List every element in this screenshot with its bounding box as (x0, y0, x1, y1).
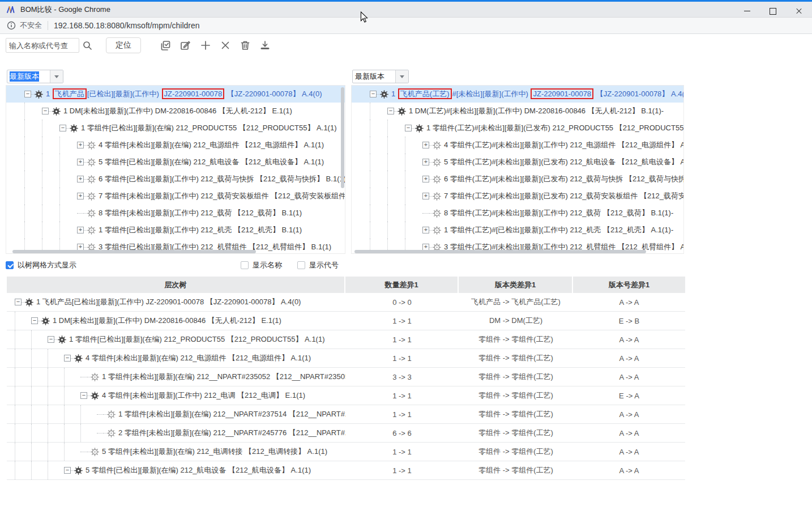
tree-row[interactable]: −1 DM(工艺)#[未检出][最新](工作中) DM-220816-00846… (352, 103, 683, 120)
expand-toggle[interactable]: + (77, 176, 84, 182)
table-row[interactable]: −5 零组件[已检出][最新](在编) 212_航电设备 【212_航电设备】 … (7, 461, 685, 480)
collapse-toggle[interactable]: − (80, 392, 87, 399)
tree-row-label: 5 零组件[已检出][最新](在编) 212_航电设备 【212_航电设备】 A… (99, 157, 324, 167)
maximize-icon (770, 8, 776, 15)
tree-grid-option[interactable]: 以树网格方式显示 (6, 260, 76, 270)
tree-row[interactable]: −1 零组件(工艺)#[未检出][最新](已发布) 212_PRODUCT55 … (352, 120, 684, 137)
tree-guide-line (24, 103, 42, 120)
header-class-diff: 版本类差异1 (459, 277, 573, 293)
tree-row[interactable]: +7 零组件(工艺)#[未检出][最新](已发布) 212_载荷安装板组件 【2… (352, 188, 684, 205)
download-icon[interactable] (259, 40, 270, 51)
table-row[interactable]: 1 零组件[未检出][最新](在编) 212__NPART#237514 【21… (7, 405, 685, 424)
copy-check-icon[interactable] (160, 40, 171, 51)
table-row[interactable]: 5 零组件[未检出][最新](在编) 212_电调转接 【212_电调转接】 A… (7, 443, 685, 461)
tree-guide-line (24, 171, 42, 188)
expand-toggle[interactable]: + (77, 227, 84, 233)
expand-toggle[interactable]: + (77, 142, 84, 148)
left-panel-vertical-scrollbar[interactable] (341, 87, 344, 188)
expand-toggle[interactable]: + (422, 227, 429, 233)
part-gear-icon (107, 410, 116, 419)
locate-button[interactable]: 定位 (106, 37, 141, 53)
expand-toggle[interactable]: + (422, 193, 429, 199)
tree-guide-line (405, 171, 422, 188)
tree-guide-line (387, 120, 405, 137)
right-version-dropdown-arrow-icon[interactable] (395, 70, 408, 83)
right-panel-horizontal-scrollbar[interactable] (354, 250, 646, 253)
collapse-toggle[interactable]: − (48, 336, 54, 343)
security-label[interactable]: 不安全 (20, 20, 42, 31)
left-version-select[interactable]: 最新版本 (7, 70, 63, 83)
tree-row[interactable]: +5 零组件[已检出][最新](在编) 212_航电设备 【212_航电设备】 … (6, 154, 345, 171)
tree-row[interactable]: +1 零组件[已检出][最新](工作中) 212_机壳 【212_机壳】 B.1… (6, 222, 345, 239)
table-tree-cell: 2 零组件[未检出][最新](在编) 212__NPART#245776 【21… (7, 424, 345, 442)
tree-row[interactable]: +6 零组件[已检出][最新](工作中) 212_载荷与快拆 【212_载荷与快… (6, 171, 345, 188)
add-icon[interactable] (200, 40, 211, 51)
tree-guide-line (370, 188, 387, 205)
tree-guide-line (405, 205, 422, 222)
show-name-option[interactable]: 显示名称 (241, 260, 282, 270)
tree-row[interactable]: 8 零组件[未检出][最新](工作中) 212_载荷 【212_载荷】 B.1(… (6, 205, 345, 222)
tree-grid-checkbox[interactable] (6, 261, 14, 269)
tree-row[interactable]: +4 零组件[未检出][最新](在编) 212_电源组件 【212_电源组件】 … (6, 137, 345, 154)
tree-row[interactable]: +1 零组件(工艺)#[已检出][最新](工作中) 212_机壳 【212_机壳… (352, 222, 683, 239)
leaf-connector (80, 451, 87, 452)
tree-guide-line (405, 222, 422, 239)
close-mark-icon[interactable] (220, 40, 230, 51)
tree-row[interactable]: +7 零组件[未检出][最新](工作中) 212_载荷安装板组件 【212_载荷… (6, 188, 345, 205)
leaf-connector (97, 414, 104, 415)
edit-icon[interactable] (180, 40, 191, 51)
tree-row-label: 6 零组件[已检出][最新](工作中) 212_载荷与快拆 【212_载荷与快拆… (99, 174, 345, 184)
search-input[interactable] (6, 38, 79, 53)
expand-toggle[interactable]: + (422, 176, 429, 182)
expand-toggle[interactable]: + (77, 159, 84, 165)
tree-row[interactable]: −1 DM[未检出][最新](工作中) DM-220816-00846 【无人机… (6, 103, 345, 120)
collapse-toggle[interactable]: − (42, 108, 49, 114)
expand-toggle[interactable]: + (77, 193, 84, 199)
collapse-toggle[interactable]: − (405, 125, 412, 131)
expand-toggle[interactable]: + (422, 159, 429, 165)
tree-guide-line (59, 154, 77, 171)
collapse-toggle[interactable]: − (31, 317, 38, 324)
delete-icon[interactable] (240, 40, 250, 51)
collapse-toggle[interactable]: − (370, 91, 377, 97)
show-name-checkbox[interactable] (241, 261, 249, 269)
tree-guide-line (42, 205, 59, 222)
left-panel-horizontal-scrollbar[interactable] (12, 250, 256, 253)
collapse-toggle[interactable]: − (64, 355, 71, 362)
maximize-button[interactable] (760, 3, 786, 19)
right-version-select[interactable]: 最新版本 (352, 70, 409, 83)
show-code-checkbox[interactable] (297, 261, 305, 269)
table-row[interactable]: −4 零组件[未检出][最新](工作中) 212_电调 【212_电调】 E.1… (7, 386, 685, 405)
left-version-dropdown-arrow-icon[interactable] (50, 70, 63, 83)
collapse-toggle[interactable]: − (59, 125, 66, 131)
table-row-label: 4 零组件[未检出][最新](在编) 212_电源组件 【212_电源组件】 A… (86, 353, 311, 363)
tree-row[interactable]: −1 飞机产品[已检出][最新](工作中) JZ-220901-00078 【J… (6, 86, 345, 103)
table-row[interactable]: −4 零组件[未检出][最新](在编) 212_电源组件 【212_电源组件】 … (7, 349, 685, 368)
info-icon[interactable] (7, 21, 16, 30)
qty-diff-cell: 3 -> 3 (345, 373, 459, 381)
close-button[interactable] (786, 3, 812, 19)
tree-row[interactable]: 8 零组件(工艺)#[未检出][最新](工作中) 212_载荷 【212_载荷】… (352, 205, 683, 222)
tree-row[interactable]: +5 零组件(工艺)#[未检出][最新](已发布) 212_航电设备 【212_… (352, 154, 684, 171)
minimize-button[interactable] (734, 3, 760, 19)
table-row[interactable]: −1 DM[未检出][最新](工作中) DM-220816-00846 【无人机… (7, 312, 685, 330)
tree-row[interactable]: −1 零组件[已检出][最新](在编) 212_PRODUCT55 【212_P… (6, 120, 345, 137)
tree-row[interactable]: +6 零组件(工艺)#[未检出][最新](已发布) 212_载荷与快拆 【212… (352, 171, 684, 188)
qty-diff-cell: 1 -> 1 (345, 317, 459, 325)
table-row[interactable]: 1 零组件[未检出][最新](在编) 212__NPART#235052 【21… (7, 368, 685, 386)
collapse-toggle[interactable]: − (64, 467, 71, 474)
collapse-toggle[interactable]: − (15, 299, 22, 305)
tree-row[interactable]: −1 飞机产品(工艺)#[未检出][最新](工作中) JZ-220901-000… (352, 86, 684, 103)
tree-guide-line (48, 405, 64, 423)
collapse-toggle[interactable]: − (387, 108, 394, 114)
url-text[interactable]: 192.168.50.18:8080/kmsoft/mpm/children (54, 21, 200, 30)
tree-guide-line (59, 171, 77, 188)
table-row[interactable]: −1 零组件[已检出][最新](在编) 212_PRODUCT55 【212_P… (7, 330, 685, 349)
table-row[interactable]: 2 零组件[未检出][最新](在编) 212__NPART#245776 【21… (7, 424, 685, 443)
expand-toggle[interactable]: + (422, 142, 429, 148)
tree-row[interactable]: +4 零组件(工艺)#[未检出][最新](工作中) 212_电源组件 【212_… (352, 137, 684, 154)
table-row[interactable]: −1 飞机产品[已检出][最新](工作中) JZ-220901-00078 【J… (7, 293, 685, 312)
collapse-toggle[interactable]: − (24, 91, 31, 97)
search-icon[interactable] (83, 41, 92, 50)
show-code-option[interactable]: 显示代号 (297, 260, 339, 270)
